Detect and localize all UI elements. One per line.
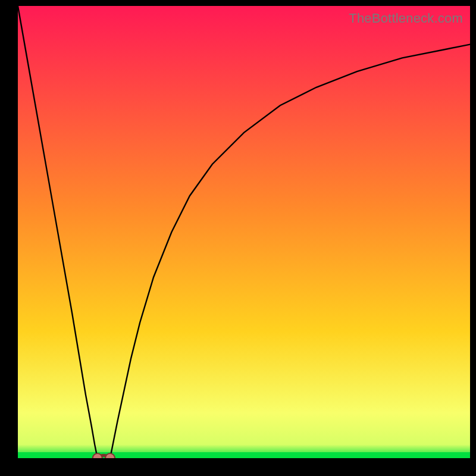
marker-dot-0 [93, 453, 102, 458]
chart-frame: TheBottleneck.com [0, 0, 476, 476]
green-baseline-band [18, 452, 470, 458]
marker-dot-1 [105, 453, 115, 458]
plot-area: TheBottleneck.com [18, 6, 470, 458]
plot-background [18, 6, 470, 458]
chart-svg [18, 6, 470, 458]
watermark-text: TheBottleneck.com [349, 11, 463, 26]
